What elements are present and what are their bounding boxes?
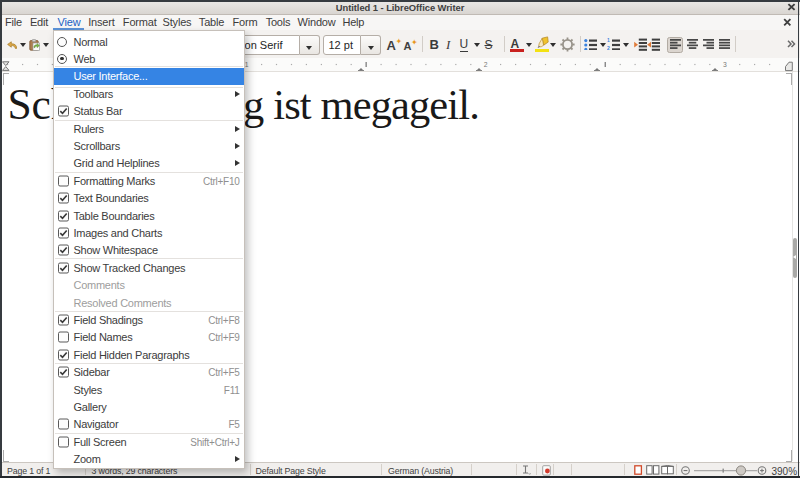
svg-text:3: 3 bbox=[723, 61, 727, 68]
svg-text:1: 1 bbox=[245, 61, 249, 68]
svg-text:2: 2 bbox=[484, 61, 488, 68]
